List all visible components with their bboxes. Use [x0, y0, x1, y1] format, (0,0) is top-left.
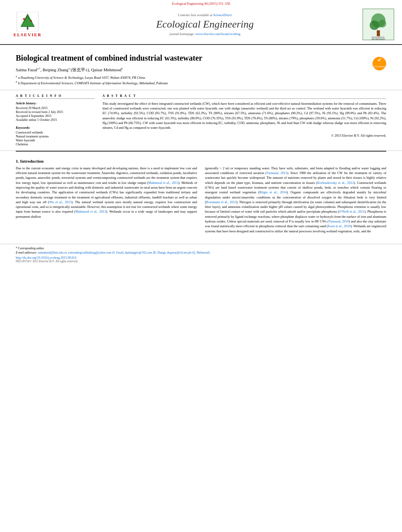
right-column: A B S T R A C T This study investigated … — [102, 94, 386, 146]
ref-rossmann-2012[interactable]: Rossmann et al., 2012 — [206, 200, 236, 204]
accepted-date: Accepted 4 September 2015 — [16, 114, 95, 118]
ref-bilgin-2014[interactable]: Bilgin et al., 2014 — [259, 190, 287, 194]
keyword-1: Constructed wetlands — [16, 131, 95, 134]
page-wrapper: Ecological Engineering 84 (2015) 551–558… — [0, 0, 402, 532]
abstract-header: A B S T R A C T — [102, 94, 386, 99]
svg-point-9 — [378, 20, 386, 28]
elsevier-brand: ELSEVIER — [13, 32, 42, 37]
authors-block: Biological treatment of combined industr… — [16, 53, 365, 86]
article-title: Biological treatment of combined industr… — [16, 53, 365, 63]
ref-korboulewsky-2012[interactable]: Korboulewsky et al., 2012 — [317, 181, 354, 185]
journal-citation: Ecological Engineering 84 (2015) 551–558 — [0, 0, 402, 6]
article-info-header: A R T I C L E I N F O — [16, 94, 95, 99]
author-qaisar: Qaisar Mehmood — [91, 67, 121, 72]
affiliation-b: b b Department of Environmental Sciences… — [16, 80, 365, 85]
svg-text:ENGINEERING: ENGINEERING — [371, 38, 385, 40]
ref-vymazal-2010[interactable]: Vymazal, 2010 — [329, 219, 349, 223]
svg-point-4 — [23, 18, 25, 20]
sciencedirect-link[interactable]: ScienceDirect — [213, 13, 232, 17]
ref-wu-2013[interactable]: Wu et al., 2013 — [49, 200, 72, 204]
article-section: Biological treatment of combined industr… — [0, 45, 402, 90]
keywords-block: Keywords: Constructed wetlands Natural t… — [16, 126, 95, 146]
svg-point-8 — [370, 20, 379, 30]
email-footnote: E-mail addresses: saimafazal@hust.edu.cn… — [16, 251, 386, 254]
author-saima: Saima Fazal — [16, 67, 37, 72]
ref-vymazal-2011[interactable]: Vymazal, 2011 — [266, 171, 287, 175]
journal-name-heading: Ecological Engineering — [47, 19, 363, 30]
issn-line: 0925-8574/© 2015 Elsevier B.V. All right… — [16, 260, 386, 263]
article-info-abstract: A R T I C L E I N F O Article history: R… — [0, 90, 402, 151]
elsevier-logo: ELSEVIER — [8, 12, 47, 37]
abstract-text: This study investigated the effect of th… — [102, 101, 386, 130]
svg-rect-10 — [377, 30, 380, 36]
history-label: Article history: — [16, 101, 95, 105]
affiliation-a: a a Huazhong University of Science & Tec… — [16, 75, 365, 80]
journal-title-center: Contents lists available at ScienceDirec… — [47, 13, 363, 36]
introduction-heading: 1. Introduction — [16, 159, 386, 163]
ref-mahmood-2013[interactable]: Mahmood et al., 2013 — [148, 181, 179, 185]
footer-section: * Corresponding author. E-mail addresses… — [0, 244, 402, 265]
eco-logo-svg: ECOLOGICAL ENGINEERING — [363, 9, 394, 40]
crossmark-logo: ✓ CrossMark — [372, 57, 386, 71]
copyright-line: © 2015 Elsevier B.V. All rights reserved… — [102, 133, 386, 137]
title-crossmark-wrapper: Biological treatment of combined industr… — [16, 53, 386, 86]
ref-oneill-2011[interactable]: O'Neill et al., 2011 — [339, 209, 365, 213]
keyword-2: Natural treatment systems — [16, 135, 95, 138]
homepage-url: www.elsevier.com/locate/ecoleng — [195, 32, 240, 36]
body-right-col: (generally < 2 m) or temporary standing … — [205, 166, 386, 236]
elsevier-tree-icon — [16, 12, 39, 32]
header-content: ELSEVIER Contents lists available at Sci… — [0, 6, 402, 43]
revised-date: Received in revised form 2 July 2015 — [16, 110, 95, 114]
authors-line: Saima Fazala,*, Beiping Zhanga (张北平±), Q… — [16, 67, 365, 73]
journal-header: Ecological Engineering 84 (2015) 551–558… — [0, 0, 402, 45]
doi-line: http://dx.doi.org/10.1016/j.ecoleng.2015… — [16, 256, 386, 260]
keyword-4: Chelation — [16, 143, 95, 146]
author-beiping: Beiping Zhang — [43, 67, 69, 72]
left-column: A R T I C L E I N F O Article history: R… — [16, 94, 95, 146]
ref-mahmood-2013b[interactable]: Mahmood et al., 2013 — [75, 209, 106, 213]
keywords-label: Keywords: — [16, 126, 95, 130]
ecological-engineering-logo: ECOLOGICAL ENGINEERING — [363, 9, 394, 40]
svg-text:✓: ✓ — [377, 57, 382, 63]
email-link[interactable]: saimafazal@hust.edu.cn, extreamlogicalth… — [38, 251, 210, 254]
homepage-line: journal homepage: www.elsevier.com/locat… — [47, 32, 363, 36]
body-two-col: Due to the current economic and energy c… — [16, 166, 386, 236]
corresponding-author-note: * Corresponding author. — [16, 247, 386, 250]
intro-paragraph-1: Due to the current economic and energy c… — [16, 166, 197, 219]
svg-point-5 — [30, 20, 32, 22]
body-left-col: Due to the current economic and energy c… — [16, 166, 197, 236]
author-chinese: (张北平±) — [71, 67, 89, 72]
keyword-3: Water hyacinth — [16, 139, 95, 142]
available-date: Available online 1 October 2015 — [16, 118, 95, 122]
svg-text:CrossMark: CrossMark — [374, 65, 385, 68]
received-date: Received 29 March 2015 — [16, 106, 95, 110]
ref-korti-2010[interactable]: Korti et al., 2010 — [328, 224, 351, 228]
intro-paragraph-2: (generally < 2 m) or temporary standing … — [205, 166, 386, 234]
body-section: 1. Introduction Due to the current econo… — [0, 152, 402, 240]
contents-line: Contents lists available at ScienceDirec… — [47, 13, 363, 17]
article-info-block: Article history: Received 29 March 2015 … — [16, 101, 95, 122]
email-label: E-mail addresses: — [16, 251, 37, 254]
